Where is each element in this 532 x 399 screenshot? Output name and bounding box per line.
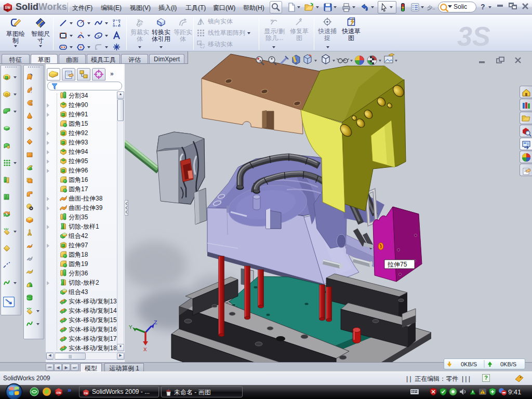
svg-text:X: X [143, 347, 147, 353]
svg-text:拉伸75: 拉伸75 [387, 261, 407, 268]
svg-text:SW: SW [56, 391, 61, 394]
svg-text:SW: SW [5, 6, 11, 9]
svg-text:!: ! [482, 391, 483, 394]
svg-text:SW: SW [84, 392, 88, 395]
svg-text:Z: Z [154, 320, 157, 326]
svg-text:Y: Y [129, 324, 132, 330]
